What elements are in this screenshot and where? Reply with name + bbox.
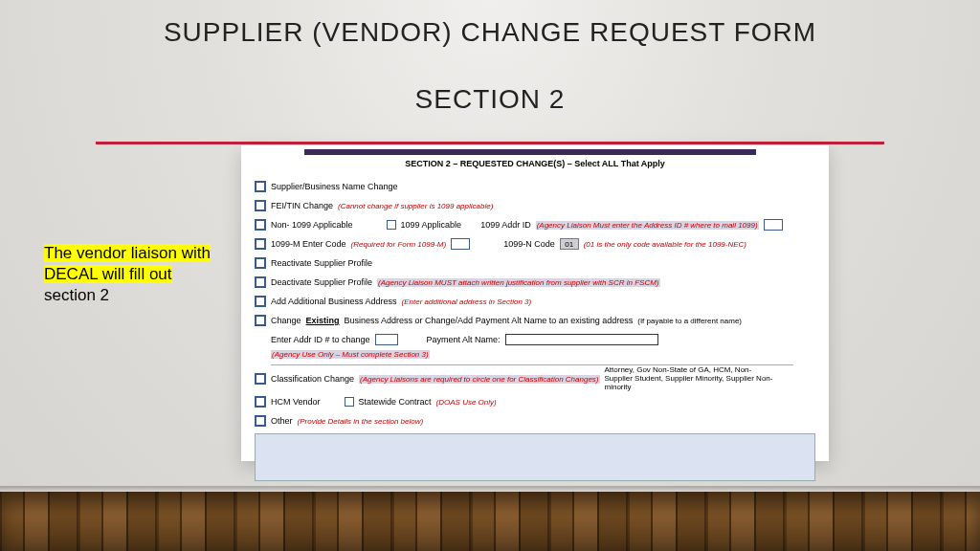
note-classification: (Agency Liaisons are required to circle … [359, 375, 599, 384]
label-supplier-name-change: Supplier/Business Name Change [271, 182, 398, 191]
label-fei-tin: FEI/TIN Change [271, 201, 333, 210]
note-add-address: (Enter additional address in Section 3) [402, 298, 532, 306]
note-deactivate: (Agency Liaison MUST attach written just… [377, 278, 659, 287]
section-heading: SECTION 2 – REQUESTED CHANGE(S) – Select… [247, 159, 823, 168]
label-non-1099: Non- 1099 Applicable [271, 220, 353, 230]
note-other: (Provide Details in the section below) [298, 417, 424, 426]
checkbox-supplier-name-change[interactable] [255, 181, 266, 192]
label-payment-alt-name: Payment Alt Name: [427, 335, 501, 344]
input-1099-m-code[interactable] [451, 238, 470, 250]
row-fei-tin-change: FEI/TIN Change (Cannot change if supplie… [255, 197, 815, 214]
checkbox-other[interactable] [255, 415, 266, 427]
row-change-existing: Change Existing Business Address or Chan… [255, 312, 815, 329]
annotation-line-1: The vendor liaison with [44, 244, 211, 262]
label-1099-applicable: 1099 Applicable [401, 220, 462, 230]
label-add-address: Add Additional Business Address [271, 297, 397, 306]
input-payment-alt-name[interactable] [505, 334, 658, 345]
checkbox-non-1099[interactable] [255, 219, 266, 231]
row-addr-change-note: (Agency Use Only – Must complete Section… [271, 345, 815, 363]
row-hcm-statewide: HCM Vendor Statewide Contract (DOAS Use … [255, 393, 815, 410]
label-classification-options: Attorney, Gov Non-State of GA, HCM, Non-… [605, 366, 777, 391]
row-other: Other (Provide Details in the section be… [255, 412, 815, 430]
label-change-existing-c: Business Address or Change/Add Payment A… [345, 316, 634, 325]
label-statewide: Statewide Contract [359, 397, 432, 407]
input-1099-n-code[interactable]: 01 [560, 238, 579, 250]
label-deactivate: Deactivate Supplier Profile [271, 277, 372, 287]
label-1099-n: 1099-N Code [503, 239, 555, 249]
note-statewide: (DOAS Use Only) [436, 398, 497, 407]
row-add-address: Add Additional Business Address (Enter a… [255, 293, 815, 310]
row-reactivate: Reactivate Supplier Profile [255, 254, 815, 272]
row-deactivate: Deactivate Supplier Profile (Agency Liai… [255, 274, 815, 291]
row-1099-applicable: Non- 1099 Applicable 1099 Applicable 109… [255, 216, 815, 233]
note-addr-change: (Agency Use Only – Must complete Section… [271, 350, 430, 359]
row-classification: Classification Change (Agency Liaisons a… [255, 366, 815, 391]
checkbox-add-address[interactable] [255, 296, 266, 307]
checkbox-change-existing[interactable] [255, 315, 266, 326]
checkbox-reactivate[interactable] [255, 257, 266, 269]
checkbox-1099-applicable[interactable] [387, 220, 396, 230]
label-change-existing-tail: (If payable to a different name) [637, 317, 742, 325]
label-other: Other [271, 416, 293, 426]
checkbox-classification[interactable] [255, 373, 266, 385]
title-rule [96, 142, 884, 144]
slide-title: SUPPLIER (VENDOR) CHANGE REQUEST FORM [0, 17, 980, 48]
callout-annotation: The vendor liaison with DECAL will fill … [44, 243, 211, 306]
label-reactivate: Reactivate Supplier Profile [271, 258, 372, 268]
note-1099-n: (01 is the only code available for the 1… [584, 240, 746, 249]
input-enter-addr-id[interactable] [375, 334, 398, 345]
input-1099-addr-id[interactable] [764, 219, 783, 231]
form-header-bar [304, 149, 756, 155]
checkbox-deactivate[interactable] [255, 276, 266, 288]
checkbox-1099-m[interactable] [255, 238, 266, 250]
label-hcm: HCM Vendor [271, 397, 321, 407]
checkbox-statewide[interactable] [345, 397, 354, 407]
note-1099-m: (Required for Form 1099-M) [351, 240, 447, 249]
row-1099-m-n: 1099-M Enter Code (Required for Form 109… [255, 235, 815, 253]
note-1099-addr-id: (Agency Liaison Must enter the Address I… [536, 221, 759, 230]
form-image: SECTION 2 – REQUESTED CHANGE(S) – Select… [241, 145, 829, 461]
label-1099-m: 1099-M Enter Code [271, 239, 346, 249]
note-fei-tin: (Cannot change if supplier is 1099 appli… [338, 202, 493, 210]
label-classification: Classification Change [271, 374, 354, 384]
label-change-existing-b: Existing [306, 316, 340, 325]
details-textarea[interactable] [255, 433, 815, 481]
checkbox-hcm[interactable] [255, 396, 266, 408]
checkbox-fei-tin[interactable] [255, 200, 266, 211]
label-1099-addr-id: 1099 Addr ID [480, 220, 531, 230]
slide-subtitle: SECTION 2 [0, 84, 980, 115]
annotation-line-3: section 2 [44, 286, 109, 304]
label-change-existing-a: Change [271, 316, 301, 325]
floor-texture [0, 492, 980, 551]
annotation-line-2: DECAL will fill out [44, 265, 172, 283]
row-supplier-name-change: Supplier/Business Name Change [255, 178, 815, 195]
label-enter-addr-id: Enter Addr ID # to change [271, 335, 370, 344]
